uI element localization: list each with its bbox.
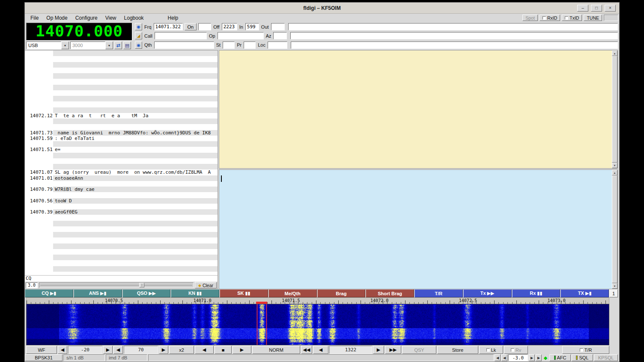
slew-right-button[interactable]: ▶: [233, 346, 251, 354]
maximize-button[interactable]: □: [591, 5, 602, 12]
browser-channel-row[interactable]: [25, 260, 218, 266]
time-on-button[interactable]: On: [185, 23, 197, 30]
time-on-input[interactable]: [198, 23, 211, 30]
browser-channel-row[interactable]: 14070.39aeoGf0EG: [25, 209, 218, 215]
scroll-down-icon[interactable]: ▼: [612, 283, 617, 289]
notes-input-3[interactable]: [291, 42, 618, 49]
browser-channel-row[interactable]: [25, 266, 218, 272]
macro-button-kn[interactable]: KN ▮▮: [171, 289, 219, 297]
ref-up-button[interactable]: ▶: [103, 346, 113, 354]
reverse-sideband-icon-button[interactable]: ⇄: [114, 42, 122, 49]
close-button[interactable]: ×: [605, 5, 616, 12]
browser-channel-row[interactable]: [25, 192, 218, 198]
browser-channel-row[interactable]: 14071.01eotoaeeAnn: [25, 175, 218, 181]
macro-button-qso[interactable]: QSO ▶▶: [122, 289, 171, 297]
macro-button-brag[interactable]: Brag: [317, 289, 366, 297]
title-bar[interactable]: fldigi – KF5OIM – □ ×: [25, 3, 619, 14]
macro-button-ans[interactable]: ANS ▶▮: [74, 289, 122, 297]
zoom-button[interactable]: x2: [169, 346, 194, 354]
tx-scroll-thumb[interactable]: [612, 175, 617, 283]
macro-button-tx[interactable]: Tx ▶▶: [463, 289, 512, 297]
browser-channel-row[interactable]: [25, 215, 218, 220]
norm-button[interactable]: NORM: [252, 346, 300, 354]
waterfall-display[interactable]: [26, 304, 609, 345]
browser-channel-row[interactable]: [25, 164, 218, 169]
op-input[interactable]: [218, 32, 264, 39]
rx-scrollbar[interactable]: ▲ ▼: [612, 50, 617, 168]
bandwidth-select[interactable]: 3000 ▼: [70, 42, 113, 49]
browser-channel-row[interactable]: [25, 243, 218, 249]
map-icon-button[interactable]: ◉: [135, 42, 142, 49]
st-input[interactable]: [223, 42, 235, 49]
menu-logbook[interactable]: Logbook: [120, 14, 148, 22]
macro-button-tx[interactable]: TX ▶▮: [561, 289, 609, 297]
range-value[interactable]: 70: [124, 346, 158, 354]
tx-scroll-track[interactable]: [612, 175, 617, 283]
macro-button-short[interactable]: Short Brag: [366, 289, 414, 297]
browser-channel-row[interactable]: [25, 50, 218, 56]
afc-button[interactable]: AFC: [549, 354, 571, 361]
wf-frequency-scale[interactable]: 14070.514071.014071.514072.014072.514073…: [26, 297, 609, 304]
wf-mode-button[interactable]: WF: [26, 346, 57, 354]
slew-left-button[interactable]: ◀: [195, 346, 214, 354]
browser-channel-row[interactable]: [25, 249, 218, 255]
chevron-down-icon[interactable]: ▼: [105, 42, 113, 49]
tx-text-area[interactable]: [219, 170, 612, 289]
range-up-button[interactable]: ▶: [159, 346, 168, 354]
slew-stop-button[interactable]: ■: [215, 346, 232, 354]
scroll-down-icon[interactable]: ▼: [612, 163, 617, 168]
browser-channel-row[interactable]: [25, 96, 218, 101]
spot-button[interactable]: Spot: [522, 15, 538, 21]
menu-view[interactable]: View: [101, 14, 120, 22]
call-lookup-icon-button[interactable]: ◢: [135, 32, 142, 39]
browser-channel-row[interactable]: [25, 101, 218, 107]
loc-input[interactable]: [268, 42, 287, 49]
tx-level-fast-up-button[interactable]: ▶: [536, 354, 542, 361]
menu-op-mode[interactable]: Op Mode: [42, 14, 71, 22]
browser-channel-row[interactable]: [25, 79, 218, 84]
browser-channel-row[interactable]: 14071.07SL ag (sorry ureau) more on www.…: [25, 169, 218, 175]
sql-button[interactable]: SQL: [572, 354, 593, 361]
chevron-down-icon[interactable]: ▼: [61, 42, 69, 49]
macro-button-me-qth[interactable]: Me/Qth: [268, 289, 317, 297]
tx-scrollbar[interactable]: ▲ ▼: [612, 170, 617, 289]
rx-scroll-track[interactable]: [612, 56, 617, 163]
browser-channel-row[interactable]: [25, 221, 218, 226]
rst-out-input[interactable]: [271, 23, 285, 30]
tx-queue-line[interactable]: CQ: [25, 275, 218, 282]
carrier-frequency-value[interactable]: 1322: [329, 346, 372, 354]
logbook-icon-button[interactable]: ▤: [123, 42, 131, 49]
browser-channel-row[interactable]: [25, 158, 218, 164]
tx-level-down-button[interactable]: ◀: [501, 354, 507, 361]
az-input[interactable]: [273, 32, 287, 39]
browser-channel-row[interactable]: 14071.51e=: [25, 147, 218, 152]
browser-channel-row[interactable]: [25, 90, 218, 96]
macro-button-sk[interactable]: SK ▮▮: [220, 289, 268, 297]
carrier-coarse-up-button[interactable]: ▶▶: [385, 346, 401, 354]
tx-level-fast-down-button[interactable]: ◀: [495, 354, 501, 361]
browser-channel-row[interactable]: [25, 232, 218, 237]
browser-channel-row[interactable]: [25, 62, 218, 68]
browser-channel-row[interactable]: 14070.79W7RšBl dmy cae: [25, 187, 218, 192]
rx-scroll-thumb[interactable]: [612, 56, 617, 163]
wf-cursor-marker[interactable]: [256, 302, 267, 304]
tx-level-value[interactable]: -3.0: [508, 354, 528, 361]
txid-button[interactable]: TxID: [562, 15, 582, 21]
time-off-input[interactable]: [222, 23, 237, 30]
notes-input-2[interactable]: [290, 32, 618, 39]
carrier-coarse-down-button[interactable]: ◀◀: [301, 346, 312, 354]
tx-level-up-button[interactable]: ▶: [529, 354, 535, 361]
slider-handle[interactable]: [139, 283, 144, 288]
lock-checkbox[interactable]: Lk: [479, 346, 503, 354]
carrier-down-button[interactable]: ◀: [313, 346, 328, 354]
range-down-button[interactable]: ◀: [113, 346, 123, 354]
browser-channel-row[interactable]: [25, 107, 218, 113]
browser-channel-row[interactable]: [25, 85, 218, 90]
browser-channel-row[interactable]: [25, 56, 218, 62]
reverse-checkbox[interactable]: Rv: [504, 346, 528, 354]
qth-input[interactable]: [154, 42, 214, 49]
call-input[interactable]: [155, 32, 207, 39]
browser-channel-row[interactable]: [25, 124, 218, 130]
txrx-checkbox[interactable]: T/R: [562, 346, 609, 354]
menu-file[interactable]: File: [27, 14, 42, 22]
